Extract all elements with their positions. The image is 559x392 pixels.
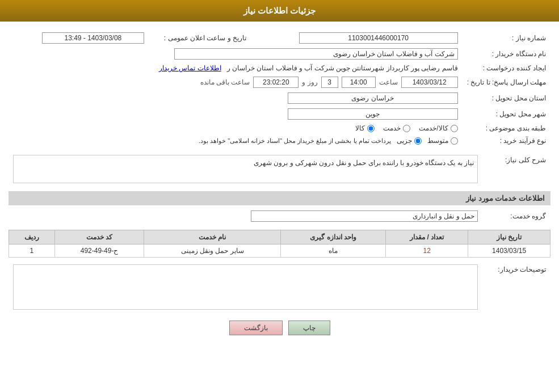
roz-label: روز و <box>302 78 317 86</box>
ijad-konande-link[interactable]: اطلاعات تماس خریدار <box>159 64 221 72</box>
mohlat-row: 1403/03/12 ساعت 14:00 3 روز و 23:0 <box>13 77 458 88</box>
page-header: جزئیات اطلاعات نیاز <box>0 0 559 22</box>
cell-tarikh: 1403/03/15 <box>468 245 550 258</box>
radio-khadamat[interactable]: خدمت <box>383 124 410 132</box>
row-mohlat-ersaal: مهلت ارسال پاسخ: تا تاریخ : 1403/03/12 س… <box>9 74 550 90</box>
row-nam-dastgah: نام دستگاه خریدار : شرکت آب و فاضلاب است… <box>9 46 550 62</box>
row-groupe-khadamat: گروه خدمت: حمل و نقل و انبارداری <box>9 208 550 224</box>
sharh-niaz-table: شرح کلی نیاز: نیاز به یک دستگاه خودرو با… <box>9 153 550 186</box>
row-shahr-tahvil: شهر محل تحویل : جوین <box>9 106 550 122</box>
radio-khadamat-input[interactable] <box>403 125 410 132</box>
tarikh-elan-label: تاریخ و ساعت اعلان عمومی : <box>149 30 251 46</box>
row-ijad-konande: ایجاد کننده درخواست : قاسم رضایی پور کار… <box>9 62 550 74</box>
print-button[interactable]: چاپ <box>288 321 330 335</box>
tabaqebandi-radio-group: کالا/خدمت خدمت کالا <box>13 124 458 132</box>
tosifat-value <box>9 262 482 312</box>
process-type-row: متوسط جزیی پرداخت تمام یا بخشی از مبلغ خ… <box>13 137 458 145</box>
baghimande-label: ساعت باقی مانده <box>200 78 250 86</box>
radio-kala-khadamat-input[interactable] <box>451 125 458 132</box>
baghimande-input: 23:02:20 <box>253 77 299 88</box>
radio-kala[interactable]: کالا <box>355 124 375 132</box>
radio-kala-khadamat-label: کالا/خدمت <box>419 124 448 132</box>
tosifat-table: توصیحات خریدار: <box>9 262 550 312</box>
nam-dastgah-value: شرکت آب و فاضلاب استان خراسان رضوی <box>9 46 463 62</box>
tabaqebandi-options: کالا/خدمت خدمت کالا <box>9 122 463 134</box>
khadamat-section-title: اطلاعات خدمات مورد نیاز <box>9 191 550 205</box>
info-table: شماره نیاز : 1103001446000170 تاریخ و سا… <box>9 30 550 147</box>
row-tosifat: توصیحات خریدار: <box>9 262 550 312</box>
tarikh-input: 1403/03/12 <box>401 77 458 88</box>
tosifat-label: توصیحات خریدار: <box>482 262 550 312</box>
radio-kala-label: کالا <box>355 124 365 132</box>
shahr-tahvil-label: شهر محل تحویل : <box>463 106 550 122</box>
radio-jozi[interactable]: جزیی <box>397 137 422 145</box>
cell-nam-khadamat: سایر حمل ونقل زمینی <box>144 245 281 258</box>
mohlat-values: 1403/03/12 ساعت 14:00 3 روز و 23:0 <box>9 74 463 90</box>
shomare-niaz-input: 1103001446000170 <box>299 32 458 44</box>
noe-farayand-options: متوسط جزیی پرداخت تمام یا بخشی از مبلغ خ… <box>9 134 463 147</box>
radio-motavasset-label: متوسط <box>427 137 448 145</box>
col-kod-khadamat: کد خدمت <box>54 230 144 245</box>
content-area: شماره نیاز : 1103001446000170 تاریخ و سا… <box>0 22 559 352</box>
shahr-tahvil-input: جوین <box>288 108 458 120</box>
saat-input: 14:00 <box>342 77 376 88</box>
cell-radif: 1 <box>9 245 55 258</box>
groupe-khadamat-label: گروه خدمت: <box>482 208 550 224</box>
header-title: جزئیات اطلاعات نیاز <box>243 6 316 15</box>
nam-dastgah-label: نام دستگاه خریدار : <box>463 46 550 62</box>
shomare-niaz-label: شماره نیاز : <box>463 30 550 46</box>
nam-dastgah-input: شرکت آب و فاضلاب استان خراسان رضوی <box>174 48 458 60</box>
noe-farayand-label: نوع فرآیند خرید : <box>463 134 550 147</box>
tosifat-box <box>13 264 478 310</box>
mohlat-label: مهلت ارسال پاسخ: تا تاریخ : <box>463 74 550 90</box>
table-row: 1403/03/15 12 ماه سایر حمل ونقل زمینی ح-… <box>9 245 550 258</box>
col-tedad: تعداد / مقدار <box>386 230 468 245</box>
page-wrapper: جزئیات اطلاعات نیاز شماره نیاز : 1103001… <box>0 0 559 392</box>
cell-tedad: 12 <box>386 245 468 258</box>
roz-input: 3 <box>321 77 338 88</box>
ijad-konande-text: قاسم رضایی پور کاربرداز شهرستانتن جوین ش… <box>227 64 458 72</box>
radio-motavasset-input[interactable] <box>451 137 458 145</box>
col-nam-khadamat: نام خدمت <box>144 230 281 245</box>
col-vahed: واحد اندازه گیری <box>280 230 385 245</box>
farayand-desc: پرداخت تمام یا بخشی از مبلغ خریداز محل "… <box>199 137 391 145</box>
ijad-konande-value: قاسم رضایی پور کاربرداز شهرستانتن جوین ش… <box>9 62 463 74</box>
groupe-khadamat-value: حمل و نقل و انبارداری <box>9 208 482 224</box>
row-shomare-niaz: شماره نیاز : 1103001446000170 تاریخ و سا… <box>9 30 550 46</box>
ijad-konande-label: ایجاد کننده درخواست : <box>463 62 550 74</box>
footer-buttons: چاپ بازگشت <box>9 321 550 344</box>
groupe-khadamat-input: حمل و نقل و انبارداری <box>251 210 478 222</box>
saat-label: ساعت <box>379 78 398 86</box>
grid-header-row: تاریخ نیاز تعداد / مقدار واحد اندازه گیر… <box>9 230 550 245</box>
shahr-tahvil-value: جوین <box>9 106 463 122</box>
radio-kala-khadamat[interactable]: کالا/خدمت <box>419 124 457 132</box>
row-sharh-niaz: شرح کلی نیاز: نیاز به یک دستگاه خودرو با… <box>9 153 550 186</box>
tarikh-elan-value: 1403/03/08 - 13:49 <box>9 30 149 46</box>
row-ostan-tahvil: استان محل تحویل : خراسان رضوی <box>9 90 550 106</box>
tabaqebandi-label: طبقه بندی موضوعی : <box>463 122 550 134</box>
row-tabaqebandi: طبقه بندی موضوعی : کالا/خدمت خدمت <box>9 122 550 134</box>
tarikh-elan-input: 1403/03/08 - 13:49 <box>42 32 144 44</box>
radio-jozi-input[interactable] <box>414 137 422 145</box>
row-noe-farayand: نوع فرآیند خرید : متوسط جزیی پرداخت <box>9 134 550 147</box>
radio-jozi-label: جزیی <box>397 137 412 145</box>
sharh-niaz-value: نیاز به یک دستگاه خودرو با راننده برای ح… <box>9 153 482 186</box>
ostan-tahvil-value: خراسان رضوی <box>9 90 463 106</box>
col-radif: ردیف <box>9 230 55 245</box>
back-button[interactable]: بازگشت <box>229 321 283 335</box>
ostan-tahvil-label: استان محل تحویل : <box>463 90 550 106</box>
radio-motavasset[interactable]: متوسط <box>427 137 458 145</box>
radio-khadamat-label: خدمت <box>383 124 401 132</box>
sharh-niaz-box: نیاز به یک دستگاه خودرو با راننده برای ح… <box>13 155 478 183</box>
ostan-tahvil-input: خراسان رضوی <box>288 92 458 104</box>
radio-kala-input[interactable] <box>367 125 375 132</box>
groupe-khadamat-table: گروه خدمت: حمل و نقل و انبارداری <box>9 208 550 224</box>
sharh-niaz-label: شرح کلی نیاز: <box>482 153 550 186</box>
cell-kod-khadamat: ح-49-49-492 <box>54 245 144 258</box>
cell-vahed: ماه <box>280 245 385 258</box>
services-grid: تاریخ نیاز تعداد / مقدار واحد اندازه گیر… <box>9 230 550 258</box>
col-tarikh-niaz: تاریخ نیاز <box>468 230 550 245</box>
shomare-niaz-value: 1103001446000170 <box>251 30 463 46</box>
